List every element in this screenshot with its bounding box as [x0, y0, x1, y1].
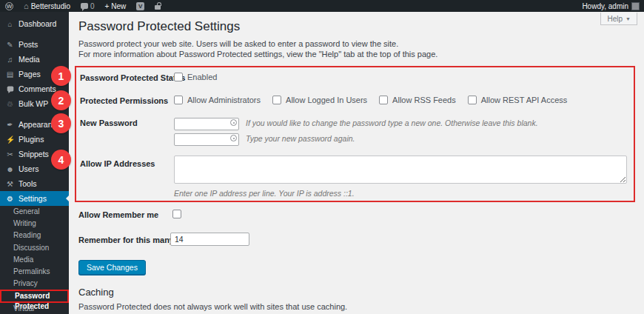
remember-days-input[interactable]	[170, 233, 249, 246]
comments-toolbar-link[interactable]: 0	[76, 0, 100, 12]
sidebar-item-dashboard[interactable]: ⌂ Dashboard	[0, 16, 69, 31]
sidebar-item-posts[interactable]: ✎ Posts	[0, 37, 69, 52]
annotation-badge-2: 2	[51, 90, 71, 110]
allow-logged-in-users-checkbox[interactable]	[272, 96, 281, 104]
annotation-badge-1: 1	[51, 66, 71, 86]
scissors-icon: ✂	[6, 150, 14, 158]
sidebar-item-label: Users	[19, 164, 38, 173]
sidebar-item-label: Comments	[19, 84, 56, 93]
user-icon: ☻	[6, 165, 14, 173]
allow-rss-feeds-option[interactable]: Allow RSS Feeds	[379, 96, 456, 104]
annotation-box: Password Protected Status Enabled Protec…	[75, 66, 635, 202]
pushpin-icon: ✎	[6, 41, 14, 49]
unlock-icon	[155, 5, 161, 10]
comments-icon	[6, 85, 14, 93]
new-password-label: New Password	[80, 118, 138, 127]
allow-administrators-label: Allow Administrators	[187, 96, 261, 104]
new-content-menu[interactable]: + New	[100, 0, 132, 12]
allow-ip-hint: Enter one IP address per line. Your IP i…	[174, 189, 355, 198]
sidebar-item-label: Dashboard	[19, 19, 56, 28]
trash-icon: ♲	[6, 100, 14, 108]
help-tab-button[interactable]: Help ▼	[600, 13, 637, 25]
page-title: Password Protected Settings	[78, 19, 240, 34]
allow-logged-in-users-option[interactable]: Allow Logged In Users	[272, 96, 367, 104]
sidebar-item-label: Tools	[19, 179, 37, 188]
sidebar-item-label: Plugins	[19, 135, 44, 144]
sidebar-subitem-discussion[interactable]: Discussion	[0, 242, 69, 254]
sidebar-subitem-general[interactable]: General	[0, 206, 69, 218]
sidebar-item-label: Settings	[19, 194, 47, 203]
allow-rest-api-label: Allow REST API Access	[481, 96, 568, 104]
new-password-input[interactable]	[174, 118, 239, 130]
sidebar-subitem-password-protected[interactable]: Password Protected	[0, 290, 69, 303]
help-label: Help	[607, 15, 623, 23]
allow-ip-textarea[interactable]	[174, 156, 627, 184]
site-name-label: Betterstudio	[31, 2, 70, 10]
show-password-icon[interactable]	[230, 119, 237, 126]
sidebar-subitem-permalinks[interactable]: Permalinks	[0, 266, 69, 278]
page-intro: Password protect your web site. Users wi…	[78, 39, 437, 59]
enabled-checkbox[interactable]	[174, 73, 183, 81]
wordpress-icon: W	[5, 2, 13, 10]
confirm-password-hint: Type your new password again.	[246, 134, 355, 143]
plugin-badge-icon: V	[136, 2, 144, 10]
sidebar-subitem-privacy[interactable]: Privacy	[0, 278, 69, 290]
intro-line-1: Password protect your web site. Users wi…	[78, 39, 437, 49]
sidebar-subitem-writing[interactable]: Writing	[0, 218, 69, 230]
pages-icon: ▤	[6, 70, 14, 78]
new-password-field-wrap	[174, 116, 239, 129]
sidebar-item-label: Bulk WP	[19, 99, 48, 108]
confirm-password-input[interactable]	[174, 133, 239, 146]
comment-bubble-icon	[81, 3, 88, 9]
wp-logo-menu[interactable]: W	[0, 0, 19, 12]
admin-bar: W ⌂ Betterstudio 0 + New V Howdy, admin	[0, 0, 644, 12]
annotation-badge-3: 3	[51, 113, 71, 133]
avatar	[631, 2, 640, 10]
home-icon: ⌂	[24, 1, 29, 10]
allow-ip-label: Allow IP Addresses	[80, 159, 155, 168]
confirm-password-field-wrap	[174, 132, 239, 144]
save-changes-button[interactable]: Save Changes	[78, 260, 146, 275]
password-protected-toolbar-item[interactable]	[150, 0, 166, 12]
howdy-label: Howdy, admin	[582, 2, 628, 10]
allow-logged-in-users-label: Allow Logged In Users	[286, 96, 367, 104]
new-content-label: + New	[105, 2, 127, 10]
sidebar-item-settings[interactable]: ⚙ Settings	[0, 191, 69, 206]
allow-rest-api-option[interactable]: Allow REST API Access	[468, 96, 568, 104]
enabled-checkbox-row[interactable]: Enabled	[174, 73, 217, 81]
enabled-checkbox-label: Enabled	[187, 73, 217, 81]
sidebar-item-tools[interactable]: ⚒ Tools	[0, 176, 69, 191]
status-label: Password Protected Status	[80, 73, 185, 82]
new-password-hint: If you would like to change the password…	[246, 118, 538, 127]
caching-section-text: Password Protected does not always work …	[78, 302, 347, 311]
sidebar-subitem-reading[interactable]: Reading	[0, 230, 69, 241]
allow-rss-feeds-checkbox[interactable]	[379, 96, 388, 104]
sidebar-item-media[interactable]: ♫ Media	[0, 52, 69, 67]
plugin-icon: ⚡	[6, 136, 14, 144]
allow-administrators-option[interactable]: Allow Administrators	[174, 96, 261, 104]
account-menu[interactable]: Howdy, admin	[582, 2, 644, 10]
remember-me-checkbox[interactable]	[172, 210, 181, 218]
caching-section-title: Caching	[78, 287, 114, 298]
show-password-icon[interactable]	[230, 135, 237, 141]
allow-rest-api-checkbox[interactable]	[468, 96, 477, 104]
permissions-options: Allow Administrators Allow Logged In Use…	[174, 96, 567, 104]
sidebar-item-label: Pages	[19, 70, 41, 78]
menu-separator	[0, 31, 69, 37]
allow-administrators-checkbox[interactable]	[174, 96, 183, 104]
site-name-link[interactable]: ⌂ Betterstudio	[19, 0, 76, 12]
permissions-label: Protected Permissions	[80, 96, 168, 105]
annotation-badge-4: 4	[51, 150, 71, 170]
wordpress-admin-page: W ⌂ Betterstudio 0 + New V Howdy, admin …	[0, 0, 644, 314]
sidebar-subitem-media[interactable]: Media	[0, 254, 69, 266]
plugin-toolbar-item[interactable]: V	[131, 0, 150, 12]
sidebar-item-plugins[interactable]: ⚡ Plugins	[0, 132, 69, 147]
sidebar-item-label: Posts	[19, 40, 38, 49]
chevron-down-icon: ▼	[625, 16, 631, 21]
brush-icon: ✒	[6, 121, 14, 129]
dashboard-icon: ⌂	[6, 20, 14, 28]
settings-gear-icon: ⚙	[6, 195, 14, 203]
remember-me-label: Allow Remember me	[78, 210, 158, 219]
media-icon: ♫	[6, 56, 14, 64]
sidebar-item-label: Snippets	[19, 150, 49, 158]
